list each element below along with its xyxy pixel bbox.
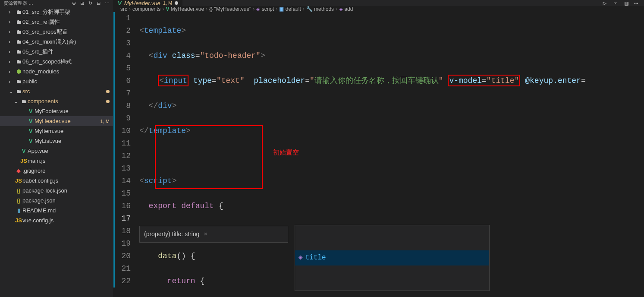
tree-item-label: App.vue (28, 148, 113, 154)
tree-item-label: 04_src_mixin混入(合) (22, 38, 113, 46)
tree-item-mylist-vue[interactable]: VMyList.vue (0, 136, 113, 146)
tree-item-label: 06_src_scoped样式 (22, 58, 113, 66)
modified-dot-icon (106, 90, 110, 93)
tab-label: MyHeader.vue (124, 0, 160, 6)
chevron-icon: › (9, 69, 15, 75)
chevron-icon: › (9, 9, 15, 15)
annotation-text: 初始置空 (273, 146, 299, 158)
line-number: 1 (113, 12, 131, 25)
tree-item-label: babel.config.js (22, 177, 113, 184)
sidebar-header: 资源管理器 … ⊕ ⊞ ↻ ⊟ ⋯ (0, 0, 113, 6)
breadcrumb-item[interactable]: ▣ default (279, 6, 301, 12)
tree-item-src[interactable]: ⌄🖿src (0, 86, 113, 96)
box-icon: ▣ (279, 6, 284, 12)
tree-item-main-js[interactable]: JSmain.js (0, 156, 113, 166)
tree-item-label: package-lock.json (22, 187, 113, 194)
tree-item-readme-md[interactable]: ▮README.md (0, 205, 113, 215)
line-number: 19 (113, 237, 131, 250)
cube-icon: ◈ (339, 6, 343, 12)
tree-item-02-src-ref-[interactable]: ›🖿02_src_ref属性 (0, 17, 113, 27)
vue-icon: V (166, 6, 169, 12)
highlight-box-data (155, 125, 263, 189)
breadcrumb-item[interactable]: V MyHeader.vue (166, 6, 204, 12)
tree-item-package-lock-json[interactable]: {}package-lock.json (0, 186, 113, 196)
breadcrumb-item[interactable]: 🔧 methods (306, 6, 334, 12)
chevron-icon: ⌄ (9, 88, 15, 95)
tree-item-label: node_modules (22, 68, 113, 75)
cube-icon: ◈ (256, 6, 260, 12)
tree-item-myheader-vue[interactable]: VMyHeader.vue1, M (0, 116, 113, 126)
file-tree: ›🖿01_src_分析脚手架›🖿02_src_ref属性›🖿03_src_pro… (0, 6, 113, 297)
tree-item-components[interactable]: ⌄🖿components (0, 96, 113, 106)
tree-item-01-src-[interactable]: ›🖿01_src_分析脚手架 (0, 7, 113, 17)
sidebar-actions: ⊕ ⊞ ↻ ⊟ ⋯ (72, 0, 110, 6)
line-number: 10 (113, 125, 131, 137)
line-number: 20 (113, 250, 131, 262)
line-number: 7 (113, 87, 131, 100)
tree-item-label: src (22, 88, 106, 95)
tree-item-public[interactable]: ›🖿public (0, 76, 113, 86)
intellisense-item[interactable]: ◈ title (295, 250, 489, 265)
editor-main: V MyHeader.vue 1, M ▷ ⫟ ▥ ⋯ src›componen… (113, 0, 644, 297)
new-folder-icon[interactable]: ⊞ (80, 0, 84, 6)
line-number: 2 (113, 25, 131, 37)
tree-item-03-src-props-[interactable]: ›🖿03_src_props配置 (0, 27, 113, 37)
tree-item-04-src-mixin-[interactable]: ›🖿04_src_mixin混入(合) (0, 37, 113, 47)
line-number: 12 (113, 150, 131, 162)
tree-item-label: vue.config.js (22, 217, 113, 224)
line-number: 14 (113, 175, 131, 187)
dirty-indicator-icon (175, 1, 178, 5)
line-number: 4 (113, 50, 131, 62)
tab-myheader[interactable]: V MyHeader.vue 1, M (113, 0, 182, 6)
chevron-icon: › (9, 19, 15, 25)
line-number: 22 (113, 275, 131, 288)
tree-item-06-src-scoped-[interactable]: ›🖿06_src_scoped样式 (0, 57, 113, 66)
wrench-icon: 🔧 (306, 6, 313, 12)
line-number: 5 (113, 62, 131, 75)
tree-item-label: main.js (28, 158, 113, 164)
tree-item-label: README.md (22, 207, 113, 214)
tree-item-label: 03_src_props配置 (22, 28, 113, 36)
git-badge: 1, M (101, 119, 113, 124)
new-file-icon[interactable]: ⊕ (72, 0, 76, 6)
line-number: 21 (113, 262, 131, 275)
tree-item-package-json[interactable]: {}package.json (0, 196, 113, 205)
tree-item-05-src-[interactable]: ›🖿05_src_插件 (0, 47, 113, 57)
chevron-icon: › (9, 59, 15, 65)
tab-badge: 1, M (163, 0, 172, 6)
tree-item-label: MyItem.vue (35, 128, 113, 134)
modification-bar (113, 12, 115, 288)
collapse-icon[interactable]: ⊟ (97, 0, 101, 6)
tree-item--gitignore[interactable]: ◆.gitignore (0, 166, 113, 176)
breadcrumb-item[interactable]: {} "MyHeader.vue" (209, 6, 251, 12)
breadcrumb[interactable]: src›components›V MyHeader.vue›{} "MyHead… (113, 6, 644, 12)
vue-icon: V (118, 0, 122, 6)
intellisense-list[interactable]: ◈ title (295, 225, 490, 291)
refresh-icon[interactable]: ↻ (88, 0, 92, 6)
explorer-title: 资源管理器 … (3, 0, 72, 6)
line-number: 13 (113, 162, 131, 175)
tab-bar: V MyHeader.vue 1, M ▷ ⫟ ▥ ⋯ (113, 0, 644, 6)
sidebar: 资源管理器 … ⊕ ⊞ ↻ ⊟ ⋯ ›🖿01_src_分析脚手架›🖿02_src… (0, 0, 113, 297)
code-area[interactable]: <template> <div class="todo-header"> <in… (139, 12, 644, 297)
breadcrumb-item[interactable]: components (132, 6, 160, 12)
tree-item-node-modules[interactable]: ›⬢node_modules (0, 66, 113, 76)
chevron-icon: › (9, 29, 15, 35)
breadcrumb-item[interactable]: ◈ script (256, 6, 274, 12)
tree-item-label: 02_src_ref属性 (22, 18, 113, 26)
code-editor[interactable]: 12345678910111213141516171819202122 <tem… (113, 12, 644, 297)
braces-icon: {} (209, 6, 213, 12)
tree-item-myitem-vue[interactable]: VMyItem.vue (0, 126, 113, 136)
tree-item-app-vue[interactable]: VApp.vue (0, 146, 113, 156)
tree-item-myfooter-vue[interactable]: VMyFooter.vue (0, 106, 113, 116)
tree-item-label: MyFooter.vue (35, 108, 113, 114)
close-icon[interactable]: × (204, 228, 207, 240)
more-icon[interactable]: ⋯ (105, 0, 110, 6)
intellisense-hint: (property) title: string × (139, 226, 288, 243)
chevron-icon: › (9, 49, 15, 55)
line-number: 17 (113, 212, 131, 225)
breadcrumb-item[interactable]: ◈ add (339, 6, 353, 12)
tree-item-babel-config-js[interactable]: JSbabel.config.js (0, 176, 113, 186)
breadcrumb-item[interactable]: src (120, 6, 127, 12)
tree-item-vue-config-js[interactable]: JSvue.config.js (0, 215, 113, 225)
